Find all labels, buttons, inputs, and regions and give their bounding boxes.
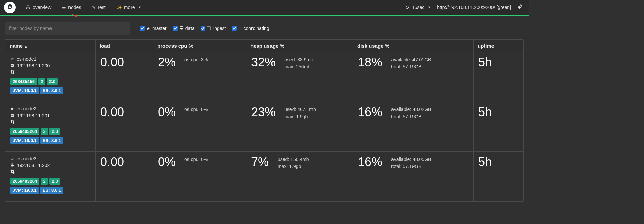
refresh-interval[interactable]: ⟳ 15sec ▼	[406, 5, 431, 10]
badge: 2059403264	[10, 128, 39, 135]
cell-uptime: 5h	[473, 102, 523, 151]
table-row: es-node2 192.168.11.201 205940326422.0 J…	[5, 102, 523, 151]
filter-data-checkbox[interactable]	[173, 26, 178, 31]
cell-cpu: 0%os cpu: 0%	[153, 152, 246, 201]
badge: JVM: 19.0.1	[10, 187, 39, 194]
app-logo[interactable]	[4, 2, 16, 13]
badge: 2059403264	[10, 178, 39, 185]
database-icon	[179, 26, 184, 31]
col-heap[interactable]: heap usage %	[246, 40, 353, 52]
badge: ES: 8.6.1	[40, 187, 63, 194]
col-cpu[interactable]: process cpu %	[153, 40, 246, 52]
col-load[interactable]: load	[95, 40, 153, 52]
cluster-url[interactable]: http://192.168.11.200:9200/ [green]	[437, 5, 511, 10]
sort-asc-icon: ▲	[24, 44, 28, 48]
col-name[interactable]: name▲	[5, 40, 95, 52]
cell-heap: 32%used: 83.9mbmax: 256mb	[246, 52, 353, 102]
filter-data-label: data	[185, 26, 195, 31]
filter-master-checkbox[interactable]	[140, 26, 145, 31]
badge: 268435456	[10, 78, 37, 85]
cell-disk: 16%available: 48.02GBtotal: 57.19GB	[353, 102, 473, 151]
master-star-icon	[10, 57, 14, 61]
cell-name: es-node3 192.168.11.202 205940326422.0 J…	[5, 152, 95, 201]
node-ip: 192.168.11.201	[17, 113, 50, 118]
table-header: name▲ load process cpu % heap usage % di…	[5, 40, 523, 52]
crop-icon	[207, 26, 212, 31]
cell-name: es-node1 192.168.11.200 26843545622.0 JV…	[5, 52, 95, 102]
cell-uptime: 5h	[473, 152, 523, 201]
nav-rest-label: rest	[98, 5, 105, 10]
crop-icon	[10, 120, 90, 125]
table-row: es-node1 192.168.11.200 26843545622.0 JV…	[5, 52, 523, 102]
refresh-icon: ⟳	[406, 5, 410, 10]
caret-down-icon: ▼	[428, 6, 431, 9]
badge: 2	[41, 128, 48, 135]
nav-nodes-label: nodes	[68, 5, 81, 10]
badge: 2.0	[47, 78, 58, 85]
database-icon	[10, 163, 14, 168]
badge: JVM: 19.0.1	[10, 137, 39, 144]
filter-ingest[interactable]: ingest	[201, 26, 226, 31]
node-ip: 192.168.11.200	[17, 63, 50, 68]
master-star-icon	[10, 156, 14, 161]
table-row: es-node3 192.168.11.202 205940326422.0 J…	[5, 151, 523, 201]
node-name[interactable]: es-node3	[17, 156, 36, 161]
controls-bar: master data ingest ◇ coordinating	[0, 16, 529, 39]
cell-cpu: 0%os cpu: 0%	[153, 102, 246, 151]
filter-coordinating-checkbox[interactable]	[232, 26, 237, 31]
cell-load: 0.00	[95, 52, 153, 102]
magic-icon: ✨	[117, 5, 122, 10]
filter-coordinating-label: coordinating	[243, 26, 269, 31]
edit-icon: ✎	[92, 5, 96, 10]
sitemap-icon	[26, 5, 31, 11]
badge: 2.0	[49, 128, 60, 135]
node-name[interactable]: es-node1	[17, 56, 36, 62]
badge: 2	[38, 78, 45, 85]
star-icon	[146, 26, 150, 31]
caret-down-icon: ▼	[138, 6, 141, 9]
cell-name: es-node2 192.168.11.201 205940326422.0 J…	[5, 102, 95, 151]
refresh-interval-label: 15sec	[412, 5, 424, 10]
cell-disk: 16%available: 48.05GBtotal: 57.19GB	[353, 152, 473, 201]
nav-more-label: more	[124, 5, 135, 10]
nav-more[interactable]: ✨ more ▼	[112, 2, 146, 13]
cell-disk: 18%available: 47.01GBtotal: 57.19GB	[353, 52, 473, 102]
badge: ES: 8.6.1	[40, 137, 63, 144]
filter-data[interactable]: data	[173, 26, 195, 31]
nav-overview-label: overview	[33, 5, 51, 10]
cell-heap: 7%used: 150.4mbmax: 1.9gb	[246, 152, 353, 201]
filter-input[interactable]	[5, 22, 130, 35]
nodes-table: name▲ load process cpu % heap usage % di…	[5, 39, 524, 202]
cell-load: 0.00	[95, 102, 153, 151]
filter-coordinating[interactable]: ◇ coordinating	[232, 26, 269, 31]
nav-rest[interactable]: ✎ rest	[87, 2, 110, 13]
col-uptime[interactable]: uptime	[473, 40, 523, 52]
top-nav: overview ☰ nodes ✎ rest ✨ more ▼ ⟳ 15sec…	[0, 0, 529, 15]
list-icon: ☰	[62, 5, 66, 10]
node-name[interactable]: es-node2	[17, 106, 36, 111]
badge: JVM: 19.0.1	[10, 87, 39, 94]
plug-icon[interactable]	[517, 4, 523, 11]
cell-uptime: 5h	[473, 52, 523, 102]
badge: 2.0	[49, 178, 60, 185]
database-icon	[10, 63, 14, 68]
cell-heap: 23%used: 467.1mbmax: 1.9gb	[246, 102, 353, 151]
badge: ES: 8.6.1	[40, 87, 63, 94]
crop-icon	[10, 70, 90, 75]
filter-master-label: master	[152, 26, 167, 31]
master-star-icon	[10, 106, 14, 111]
database-icon	[10, 113, 14, 118]
cell-load: 0.00	[95, 152, 153, 201]
diamond-icon: ◇	[238, 26, 242, 31]
node-ip: 192.168.11.202	[17, 163, 50, 168]
filter-master[interactable]: master	[140, 26, 167, 31]
filter-ingest-label: ingest	[213, 26, 226, 31]
cell-cpu: 2%os cpu: 3%	[153, 52, 246, 102]
filter-ingest-checkbox[interactable]	[201, 26, 205, 31]
nav-overview[interactable]: overview	[21, 2, 56, 13]
crop-icon	[10, 169, 90, 175]
nav-nodes[interactable]: ☰ nodes	[57, 2, 86, 13]
badge: 2	[41, 178, 48, 185]
col-disk[interactable]: disk usage %	[353, 40, 473, 52]
